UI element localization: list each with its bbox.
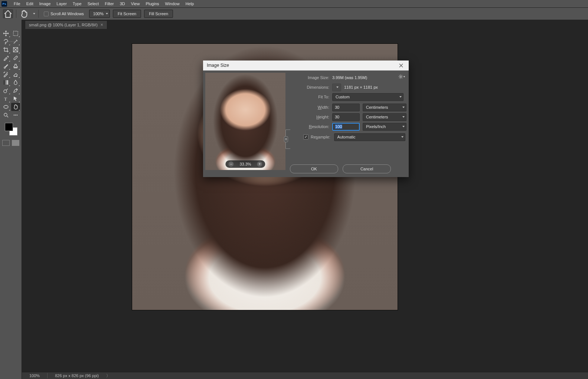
type-tool[interactable]: T	[1, 95, 10, 103]
home-button[interactable]	[3, 9, 13, 18]
eraser-icon	[13, 71, 19, 77]
dimensions-unit-dropdown[interactable]	[332, 84, 341, 91]
foreground-color-swatch[interactable]	[5, 123, 13, 131]
wand-icon	[13, 39, 19, 45]
home-icon	[3, 9, 13, 19]
ps-logo: Ps	[1, 1, 7, 7]
dialog-close-button[interactable]	[394, 61, 408, 70]
zoom-level-dropdown[interactable]: 100%	[89, 10, 110, 18]
quickmask-toggle[interactable]	[2, 140, 10, 146]
fit-screen-button[interactable]: Fit Screen	[113, 10, 141, 18]
brush-icon	[3, 63, 9, 69]
height-label: Height:	[290, 115, 332, 119]
menu-help[interactable]: Help	[183, 0, 197, 7]
pen-tool[interactable]	[11, 86, 20, 95]
fill-screen-button[interactable]: Fill Screen	[144, 10, 173, 18]
blur-tool[interactable]	[11, 78, 20, 86]
svg-rect-3	[4, 80, 8, 85]
width-unit-select[interactable]: Centimeters	[363, 104, 406, 111]
stamp-tool[interactable]	[11, 62, 20, 70]
menu-window[interactable]: Window	[162, 0, 183, 7]
menu-3d[interactable]: 3D	[117, 0, 128, 7]
separator	[16, 10, 16, 18]
resample-select[interactable]: Automatic	[334, 133, 405, 141]
cancel-button[interactable]: Cancel	[343, 164, 391, 173]
dialog-preview-image	[205, 73, 285, 170]
height-unit-select[interactable]: Centimeters	[363, 113, 406, 121]
marquee-tool[interactable]	[11, 29, 20, 37]
dodge-tool[interactable]	[1, 86, 10, 95]
zoom-icon	[3, 112, 9, 118]
checkbox-icon	[44, 12, 49, 16]
lasso-tool[interactable]	[1, 37, 10, 46]
eyedropper-tool[interactable]	[1, 54, 10, 62]
shape-tool[interactable]	[1, 103, 10, 111]
dialog-title: Image Size	[207, 63, 229, 68]
hand-tool-indicator[interactable]	[19, 10, 29, 18]
preview-zoom-bar: − 33.3% +	[225, 160, 265, 168]
chevron-down-icon[interactable]	[33, 13, 35, 14]
preview-zoom-value: 33.3%	[239, 162, 251, 166]
svg-point-10	[17, 115, 18, 116]
dialog-titlebar[interactable]: Image Size	[203, 61, 409, 71]
healing-tool[interactable]	[11, 54, 20, 62]
zoom-tool[interactable]	[1, 111, 10, 119]
ok-button[interactable]: OK	[290, 164, 338, 173]
menu-file[interactable]: File	[11, 0, 23, 7]
eraser-tool[interactable]	[11, 70, 20, 78]
chevron-down-icon	[402, 116, 405, 118]
svg-text:T: T	[4, 96, 7, 102]
svg-point-4	[4, 90, 7, 93]
preview-zoom-in[interactable]: +	[257, 161, 262, 167]
color-swatches[interactable]	[3, 121, 18, 136]
menu-view[interactable]: View	[128, 0, 143, 7]
move-tool[interactable]	[1, 29, 10, 37]
chevron-down-icon	[402, 107, 405, 108]
quick-select-tool[interactable]	[11, 37, 20, 46]
menu-type[interactable]: Type	[70, 0, 85, 7]
constrain-proportions-link[interactable]: 8	[285, 130, 290, 149]
status-chevron[interactable]: 〉	[106, 373, 110, 379]
menu-layer[interactable]: Layer	[53, 0, 70, 7]
status-bar: 100% 826 px x 826 px (96 ppi) 〉	[22, 372, 588, 379]
resolution-unit-select[interactable]: Pixels/Inch	[363, 123, 406, 131]
history-brush-tool[interactable]	[1, 70, 10, 78]
droplet-icon	[13, 79, 19, 85]
crop-tool[interactable]	[1, 46, 10, 54]
stamp-icon	[13, 63, 19, 69]
dialog-preview[interactable]: − 33.3% +	[205, 73, 285, 170]
menu-select[interactable]: Select	[85, 0, 102, 7]
frame-tool[interactable]	[11, 46, 20, 54]
separator	[38, 10, 39, 18]
path-select-tool[interactable]	[11, 95, 20, 103]
dimensions-label: Dimensions:	[290, 85, 332, 89]
gradient-tool[interactable]	[1, 78, 10, 86]
menu-plugins[interactable]: Plugins	[143, 0, 162, 7]
document-tab[interactable]: small.png @ 100% (Layer 1, RGB/8#) ×	[25, 20, 107, 29]
resample-checkbox[interactable]	[303, 134, 308, 140]
screen-mode-row	[2, 140, 19, 146]
menu-edit[interactable]: Edit	[23, 0, 36, 7]
status-doc-info[interactable]: 826 px x 826 px (96 ppi)	[55, 373, 99, 378]
marquee-icon	[13, 30, 19, 36]
height-input[interactable]: 30	[332, 113, 360, 121]
hand-tool[interactable]	[11, 103, 20, 111]
image-size-label: Image Size:	[290, 75, 332, 80]
brush-tool[interactable]	[1, 62, 10, 70]
screen-mode-toggle[interactable]	[12, 140, 19, 146]
fit-to-select[interactable]: Custom	[332, 93, 404, 101]
dialog-settings-menu[interactable]: ▾	[398, 74, 405, 79]
gear-icon	[398, 74, 403, 79]
scroll-all-windows-checkbox[interactable]: Scroll All Windows	[42, 12, 86, 16]
status-zoom[interactable]: 100%	[29, 373, 40, 378]
menu-filter[interactable]: Filter	[102, 0, 117, 7]
resolution-input[interactable]: 100	[332, 123, 360, 131]
resolution-label: Resolution:	[290, 124, 332, 129]
edit-toolbar[interactable]	[11, 111, 20, 119]
preview-zoom-out[interactable]: −	[228, 161, 233, 167]
menu-image[interactable]: Image	[36, 0, 54, 7]
menu-bar: Ps File Edit Image Layer Type Select Fil…	[0, 0, 588, 8]
close-tab-icon[interactable]: ×	[101, 21, 103, 29]
move-icon	[3, 30, 9, 36]
width-input[interactable]: 30	[332, 104, 360, 111]
